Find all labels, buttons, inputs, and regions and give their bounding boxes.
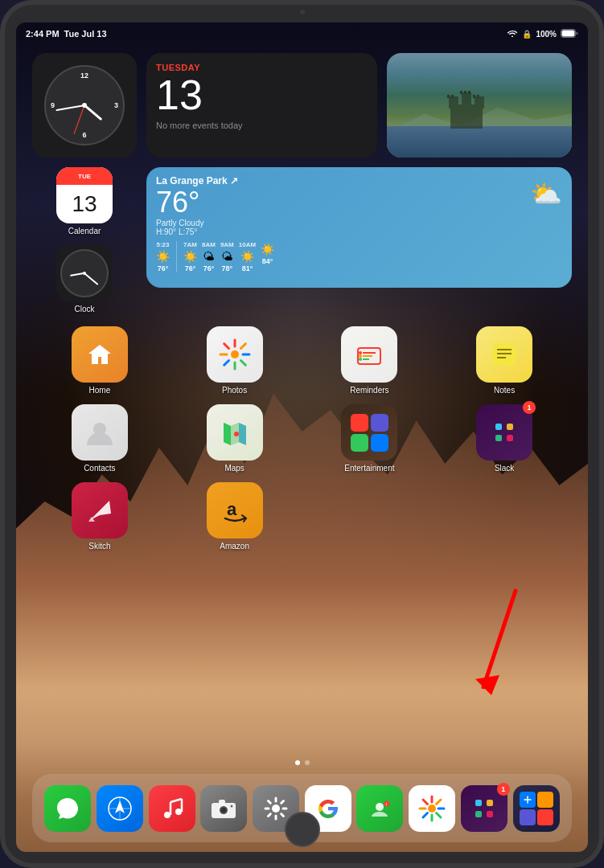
home-app-icon[interactable] <box>72 326 128 383</box>
safari-svg <box>105 794 134 823</box>
svg-line-21 <box>224 361 228 366</box>
clock-app-label: Clock <box>74 305 94 313</box>
calendar-app-label: Calendar <box>68 227 101 235</box>
page-dot-2 <box>305 760 310 765</box>
svg-rect-73 <box>475 811 482 817</box>
reminders-app-cell[interactable]: Reminders <box>302 326 438 395</box>
dock-music[interactable] <box>149 785 195 832</box>
weather-widget[interactable]: La Grange Park ↗ 76° Partly Cloudy H:90°… <box>146 167 572 288</box>
clock-face: 12 3 6 9 <box>44 65 125 145</box>
notes-app-label: Notes <box>494 386 515 395</box>
contacts-app-icon[interactable] <box>72 404 128 461</box>
notes-app-cell[interactable]: Notes <box>437 326 572 395</box>
cal-app-date: 13 <box>56 185 113 223</box>
safari-dock-icon[interactable] <box>97 785 143 832</box>
svg-line-20 <box>240 344 245 349</box>
svg-rect-8 <box>473 95 475 98</box>
clock-num-12: 12 <box>80 72 88 80</box>
svg-line-53 <box>171 799 182 802</box>
clock-app-icon[interactable] <box>56 245 113 301</box>
svg-point-59 <box>272 805 280 813</box>
photo-widget[interactable] <box>387 53 572 158</box>
clock-app-cell[interactable]: Clock <box>32 245 137 313</box>
house-svg <box>84 339 115 370</box>
music-dock-icon[interactable] <box>149 785 195 832</box>
weather-location: La Grange Park ↗ <box>156 175 238 186</box>
forecast-8am: 8AM 🌤 76° <box>202 241 216 272</box>
svg-line-68 <box>423 800 428 805</box>
skitch-app-icon[interactable] <box>72 482 128 538</box>
notes-app-icon[interactable] <box>476 326 532 383</box>
photos-dock-svg <box>417 794 446 823</box>
calendar-no-events: No more events today <box>156 121 368 130</box>
clock-widget[interactable]: 12 3 6 9 <box>32 53 137 158</box>
dock-findmy[interactable]: ! <box>356 785 403 832</box>
photos-svg <box>217 337 253 372</box>
calendar-app-cell[interactable]: TUE 13 Calendar <box>32 167 137 235</box>
findmy-dock-icon[interactable]: ! <box>356 785 403 832</box>
hour-hand <box>84 104 102 121</box>
svg-rect-9 <box>477 95 479 98</box>
maps-app-label: Maps <box>224 464 244 473</box>
amazon-svg: a <box>219 494 251 526</box>
forecast-7am: 7AM ☀️ 76° <box>183 241 197 272</box>
entertainment-app-icon[interactable] <box>341 404 397 461</box>
calendar-app-icon[interactable]: TUE 13 <box>56 167 113 223</box>
svg-point-60 <box>376 803 384 811</box>
dock-extra[interactable] <box>513 785 560 832</box>
page-dots <box>295 760 310 765</box>
home-button[interactable] <box>285 812 320 847</box>
slack-app-cell[interactable]: 1 Slack <box>437 404 572 473</box>
slack-app-icon[interactable]: 1 <box>476 404 532 461</box>
camera-dock-icon[interactable] <box>200 785 247 832</box>
analog-clock-face: 12 3 6 9 <box>32 53 137 158</box>
cal-app-day: TUE <box>78 173 91 180</box>
front-camera <box>300 10 305 14</box>
minute-hand <box>55 104 84 111</box>
forecast-11am: ☀️ 84° <box>261 241 274 272</box>
svg-point-26 <box>359 351 362 354</box>
svg-point-27 <box>359 354 362 358</box>
entertainment-app-cell[interactable]: Entertainment <box>302 404 438 473</box>
amazon-app-cell[interactable]: a Amazon <box>167 482 302 551</box>
messages-dock-icon[interactable] <box>44 785 91 832</box>
battery-percentage: 100% <box>536 30 557 39</box>
dock-slack[interactable]: 1 <box>461 785 507 832</box>
dock-photos[interactable] <box>409 785 455 832</box>
maps-app-cell[interactable]: Maps <box>167 404 302 473</box>
dock-safari[interactable] <box>97 785 143 832</box>
maps-app-icon[interactable] <box>207 404 263 461</box>
wifi-icon <box>507 29 518 39</box>
status-date: Tue Jul 13 <box>64 29 107 39</box>
contacts-app-cell[interactable]: Contacts <box>32 404 167 473</box>
extra-dock-icon[interactable] <box>513 785 560 832</box>
svg-rect-5 <box>462 92 471 107</box>
svg-line-71 <box>423 813 428 817</box>
status-bar: 2:44 PM Tue Jul 13 🔒 100% <box>16 23 588 45</box>
dock-messages[interactable] <box>44 785 91 832</box>
dock-camera[interactable] <box>200 785 247 832</box>
svg-line-18 <box>224 344 228 349</box>
device-frame: 2:44 PM Tue Jul 13 🔒 100% <box>0 0 604 868</box>
photos-app-cell[interactable]: Photos <box>167 326 302 395</box>
photo-scene <box>387 53 572 158</box>
photos-dock-icon-el[interactable] <box>409 785 455 832</box>
clock-app-face <box>60 249 109 297</box>
svg-line-69 <box>437 813 442 817</box>
reminders-app-icon[interactable] <box>341 326 397 383</box>
calendar-widget[interactable]: TUESDAY 13 No more events today <box>146 53 377 158</box>
photos-app-icon[interactable] <box>207 326 263 383</box>
photos-app-label: Photos <box>222 386 247 395</box>
slack-svg <box>489 417 520 448</box>
svg-rect-11 <box>464 91 466 94</box>
svg-marker-39 <box>90 501 111 520</box>
amazon-app-icon[interactable]: a <box>207 482 263 538</box>
clock-center-dot <box>82 103 87 108</box>
slack-badge: 1 <box>523 401 536 414</box>
home-app-cell[interactable]: Home <box>32 326 167 395</box>
svg-line-70 <box>437 800 442 805</box>
app-grid-row1: Home <box>32 326 572 395</box>
skitch-app-cell[interactable]: Skitch <box>32 482 167 551</box>
reminders-app-label: Reminders <box>350 386 388 395</box>
svg-text:a: a <box>227 499 237 519</box>
